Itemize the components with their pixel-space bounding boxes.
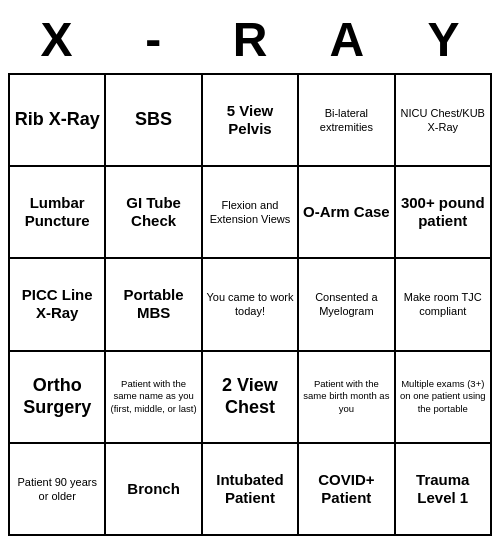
- bingo-cell-3-3[interactable]: Patient with the same birth month as you: [298, 351, 394, 443]
- bingo-cell-4-0[interactable]: Patient 90 years or older: [9, 443, 105, 535]
- bingo-cell-3-1[interactable]: Patient with the same name as you (first…: [105, 351, 201, 443]
- title-letter-dash: -: [105, 12, 202, 67]
- bingo-cell-1-0[interactable]: Lumbar Puncture: [9, 166, 105, 258]
- bingo-cell-2-0[interactable]: PICC Line X-Ray: [9, 258, 105, 350]
- title-letter-y: Y: [395, 12, 492, 67]
- bingo-cell-4-3[interactable]: COVID+ Patient: [298, 443, 394, 535]
- bingo-cell-2-2[interactable]: You came to work today!: [202, 258, 298, 350]
- bingo-cell-3-4[interactable]: Multiple exams (3+) on one patient using…: [395, 351, 491, 443]
- bingo-cell-2-3[interactable]: Consented a Myelogram: [298, 258, 394, 350]
- bingo-cell-1-3[interactable]: O-Arm Case: [298, 166, 394, 258]
- bingo-cell-2-4[interactable]: Make room TJC compliant: [395, 258, 491, 350]
- title-letter-x: X: [8, 12, 105, 67]
- title-letter-a: A: [298, 12, 395, 67]
- bingo-cell-1-1[interactable]: GI Tube Check: [105, 166, 201, 258]
- bingo-cell-3-0[interactable]: Ortho Surgery: [9, 351, 105, 443]
- bingo-cell-1-4[interactable]: 300+ pound patient: [395, 166, 491, 258]
- bingo-cell-0-1[interactable]: SBS: [105, 74, 201, 166]
- bingo-cell-3-2[interactable]: 2 View Chest: [202, 351, 298, 443]
- bingo-cell-4-1[interactable]: Bronch: [105, 443, 201, 535]
- bingo-cell-0-2[interactable]: 5 View Pelvis: [202, 74, 298, 166]
- bingo-cell-1-2[interactable]: Flexion and Extension Views: [202, 166, 298, 258]
- bingo-cell-4-4[interactable]: Trauma Level 1: [395, 443, 491, 535]
- bingo-cell-0-4[interactable]: NICU Chest/KUB X-Ray: [395, 74, 491, 166]
- bingo-cell-0-0[interactable]: Rib X-Ray: [9, 74, 105, 166]
- bingo-grid: Rib X-RaySBS5 View PelvisBi-lateral extr…: [8, 73, 492, 536]
- bingo-title: X - R A Y: [8, 8, 492, 73]
- title-letter-r: R: [202, 12, 299, 67]
- bingo-cell-0-3[interactable]: Bi-lateral extremities: [298, 74, 394, 166]
- bingo-cell-4-2[interactable]: Intubated Patient: [202, 443, 298, 535]
- bingo-cell-2-1[interactable]: Portable MBS: [105, 258, 201, 350]
